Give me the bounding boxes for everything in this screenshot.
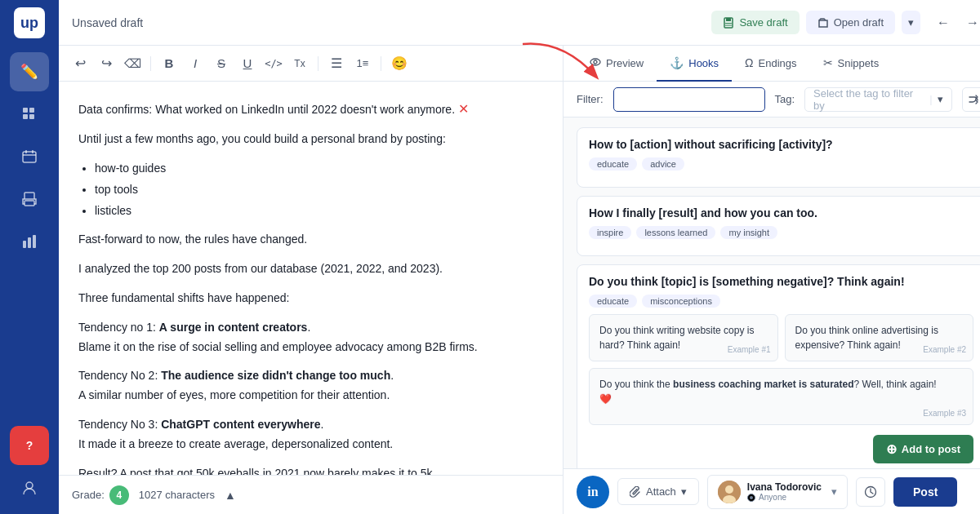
svg-rect-10 (23, 241, 26, 248)
grade-label: Grade: (72, 489, 105, 501)
ordered-list-button[interactable]: 1≡ (351, 52, 374, 75)
filter-input[interactable] (613, 87, 765, 112)
save-draft-label: Save draft (739, 16, 787, 29)
hook-tags-3: educate misconceptions (589, 295, 973, 308)
attach-button[interactable]: Attach ▾ (617, 478, 699, 505)
sidebar-item-calendar[interactable] (10, 137, 49, 176)
tab-hooks-label: Hooks (688, 57, 719, 69)
tab-snippets[interactable]: ✂ Snippets (810, 46, 893, 82)
user-button[interactable]: Ivana Todorovic Anyone ▾ (707, 475, 848, 509)
filter-label: Filter: (577, 93, 604, 105)
strikethrough-button[interactable]: S (210, 52, 233, 75)
nav-forward-button[interactable]: → (960, 10, 980, 36)
logo-box[interactable]: up (14, 7, 45, 38)
toolbar-sep-1 (150, 56, 151, 71)
sidebar-item-printer[interactable] (10, 179, 49, 219)
hook-example-1[interactable]: Do you think writing website copy is har… (589, 314, 778, 361)
hooks-panel: Preview ⚓ Hooks Ω Endings ✂ Snippets Fil… (564, 46, 980, 514)
linkedin-button[interactable]: in (577, 476, 609, 508)
italic-button[interactable]: I (184, 52, 207, 75)
sidebar-item-help[interactable]: ? (10, 426, 49, 465)
editor-line-4: I analyzed the top 200 posts from our da… (78, 259, 543, 279)
endings-icon: Ω (745, 56, 753, 69)
tag-my-insight[interactable]: my insight (720, 226, 777, 239)
svg-point-18 (590, 59, 600, 65)
example-label-3: Example #3 (923, 407, 966, 419)
expand-button[interactable]: ▲ (225, 489, 236, 502)
editor-line-list: how-to guides top tools listicles (78, 159, 543, 220)
schedule-button[interactable] (856, 477, 885, 507)
linkedin-label: in (587, 485, 598, 499)
post-button[interactable]: Post (893, 477, 957, 507)
clear-button[interactable]: Tx (288, 52, 311, 75)
underline-button[interactable]: U (236, 52, 259, 75)
heart-emoji: ❤️ (599, 393, 612, 405)
sidebar-item-chart[interactable] (10, 222, 49, 261)
sidebar-item-grid[interactable] (10, 95, 49, 134)
save-draft-button[interactable]: Save draft (711, 11, 799, 34)
redo-button[interactable]: ↪ (95, 52, 118, 75)
user-sub: Anyone (747, 493, 822, 502)
tag-select[interactable]: Select the tag to filter by | ▾ (804, 87, 952, 112)
open-draft-button[interactable]: Open draft (806, 11, 895, 34)
nav-arrows: ← → (930, 10, 980, 36)
svg-rect-15 (726, 18, 731, 21)
svg-rect-16 (725, 23, 732, 24)
sidebar-nav: ✏️ (10, 46, 49, 419)
user-avatar (718, 481, 741, 503)
header: Unsaved draft Save draft Open draft ▾ ← … (59, 0, 980, 46)
tag-educate[interactable]: educate (589, 157, 637, 171)
code-button[interactable]: </> (262, 52, 285, 75)
shuffle-button[interactable] (962, 87, 980, 112)
eraser-button[interactable]: ⌫ (121, 52, 144, 75)
tab-preview-label: Preview (606, 57, 644, 69)
editor-line-tendency2: Tendency No 2: The audience size didn't … (78, 366, 543, 405)
hook-card-1: How to [action] without sacrificing [act… (577, 127, 980, 188)
undo-button[interactable]: ↩ (69, 52, 91, 75)
tag-inspire[interactable]: inspire (589, 226, 631, 239)
editor-line-result: Result? A post that got 50k eyeballs in … (78, 464, 543, 475)
hook-title-1: How to [action] without sacrificing [act… (589, 138, 973, 151)
sidebar-bottom: ? (10, 419, 49, 514)
open-draft-dropdown[interactable]: ▾ (902, 11, 920, 34)
tab-endings[interactable]: Ω Endings (732, 46, 809, 82)
editor-line-2: Until just a few months ago, you could b… (78, 130, 543, 149)
tag-select-divider: | (929, 93, 932, 105)
tag-educate-3[interactable]: educate (589, 295, 637, 308)
editor-content[interactable]: Data confirms: What worked on LinkedIn u… (59, 82, 563, 475)
tag-lessons-learned[interactable]: lessons learned (636, 226, 715, 239)
tab-preview[interactable]: Preview (577, 46, 657, 82)
attach-dropdown-icon: ▾ (681, 485, 687, 498)
hooks-list: How to [action] without sacrificing [act… (564, 117, 980, 468)
editor-footer: Grade: 4 1027 characters ▲ (59, 475, 563, 514)
svg-point-19 (594, 60, 597, 64)
bold-button[interactable]: B (158, 52, 180, 75)
bullet-list-button[interactable]: ☰ (325, 52, 348, 75)
emoji-button[interactable]: 😊 (388, 52, 411, 75)
hook-example-2[interactable]: Do you think online advertising is expen… (785, 314, 974, 361)
svg-rect-1 (29, 108, 34, 113)
hook-card-2: How I finally [result] and how you can t… (577, 196, 980, 256)
plus-icon: ⊕ (886, 441, 897, 457)
tab-endings-label: Endings (759, 57, 797, 69)
main: Unsaved draft Save draft Open draft ▾ ← … (59, 0, 980, 514)
tag-label: Tag: (775, 93, 795, 105)
sidebar-item-edit[interactable]: ✏️ (10, 52, 49, 91)
nav-back-button[interactable]: ← (930, 10, 956, 36)
tag-advice[interactable]: advice (642, 157, 684, 171)
post-label: Post (913, 485, 938, 498)
tag-misconceptions[interactable]: misconceptions (642, 295, 720, 308)
hook-card-3: Do you think [topic] is [something negat… (577, 264, 980, 468)
grade-circle: 4 (109, 485, 129, 505)
user-info: Ivana Todorovic Anyone (747, 481, 822, 502)
chevron-down-icon: ▾ (938, 93, 943, 105)
sidebar-item-user[interactable] (10, 468, 49, 507)
tab-hooks[interactable]: ⚓ Hooks (657, 46, 732, 82)
hook-example-3[interactable]: Do you think the business coaching marke… (589, 368, 973, 425)
char-count: 1027 characters (139, 489, 215, 501)
svg-rect-12 (33, 235, 36, 248)
user-dropdown-icon: ▾ (831, 485, 837, 498)
editor-line-tendency3: Tendency No 3: ChatGPT content everywher… (78, 415, 543, 454)
tab-snippets-label: Snippets (838, 57, 880, 69)
add-to-post-button[interactable]: ⊕ Add to post (873, 435, 973, 463)
